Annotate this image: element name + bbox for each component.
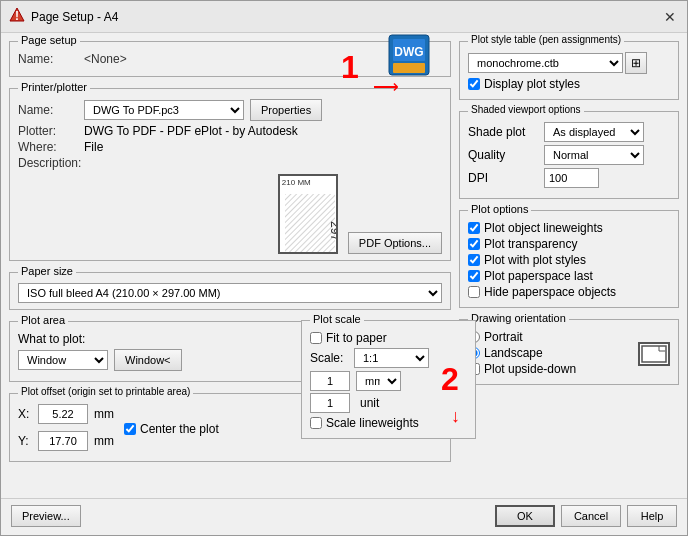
svg-text:DWG: DWG	[394, 45, 423, 59]
plot-option-1-checkbox[interactable]	[468, 238, 480, 250]
landscape-icon	[638, 342, 670, 366]
plot-option-0-checkbox[interactable]	[468, 222, 480, 234]
plot-style-select[interactable]: monochrome.ctb	[468, 53, 623, 73]
page-setup-dialog: ! Page Setup - A4 ✕ DWG 1 ⟶ 2 ↓ Page set…	[0, 0, 688, 536]
window-button[interactable]: Window<	[114, 349, 182, 371]
page-setup-label: Page setup	[18, 34, 80, 46]
scale-select[interactable]: 1:1	[354, 348, 429, 368]
x-unit: mm	[94, 407, 114, 421]
printer-name-label: Name:	[18, 103, 78, 117]
plot-scale-container: Plot scale Fit to paper Scale: 1:1 mm un…	[301, 320, 476, 445]
svg-text:297: 297	[328, 221, 338, 241]
plot-option-1: Plot transparency	[468, 237, 670, 251]
plot-option-4: Hide paperspace objects	[468, 285, 670, 299]
preview-button[interactable]: Preview...	[11, 505, 81, 527]
center-plot-label: Center the plot	[140, 422, 219, 436]
display-plot-styles-checkbox[interactable]	[468, 78, 480, 90]
y-input[interactable]	[38, 431, 88, 451]
plot-area-label: Plot area	[18, 314, 68, 326]
page-setup-section: Page setup Name: <None>	[9, 41, 451, 77]
shade-plot-select[interactable]: As displayed	[544, 122, 644, 142]
bottom-buttons: Preview... OK Cancel Help	[1, 498, 687, 535]
scale-lineweights-label: Scale lineweights	[326, 416, 419, 430]
drawing-orientation-label: Drawing orientation	[468, 312, 569, 324]
center-plot-checkbox[interactable]	[124, 423, 136, 435]
plot-scale-section: Plot scale Fit to paper Scale: 1:1 mm un…	[301, 320, 476, 439]
name-label: Name:	[18, 52, 78, 66]
plot-option-0-label: Plot object lineweights	[484, 221, 603, 235]
plot-style-table-section: Plot style table (pen assignments) monoc…	[459, 41, 679, 100]
plot-option-2-checkbox[interactable]	[468, 254, 480, 266]
svg-rect-7	[285, 194, 335, 252]
scale-unit1-select[interactable]: mm	[356, 371, 401, 391]
dpi-input[interactable]	[544, 168, 599, 188]
plot-option-3-checkbox[interactable]	[468, 270, 480, 282]
printer-name-select[interactable]: DWG To PDF.pc3	[84, 100, 244, 120]
quality-select[interactable]: Normal	[544, 145, 644, 165]
properties-button[interactable]: Properties	[250, 99, 322, 121]
dwg-icon: DWG	[387, 33, 431, 77]
edit-icon: ⊞	[631, 56, 641, 70]
plot-option-4-checkbox[interactable]	[468, 286, 480, 298]
y-label: Y:	[18, 434, 32, 448]
scale-value2-input[interactable]	[310, 393, 350, 413]
ok-button[interactable]: OK	[495, 505, 555, 527]
plot-option-0: Plot object lineweights	[468, 221, 670, 235]
printer-plotter-label: Printer/plotter	[18, 81, 90, 93]
plot-style-edit-button[interactable]: ⊞	[625, 52, 647, 74]
paper-size-label: Paper size	[18, 265, 76, 277]
scale-label: Scale:	[310, 351, 348, 365]
quality-label: Quality	[468, 148, 538, 162]
where-value: File	[84, 140, 103, 154]
svg-rect-5	[393, 63, 425, 73]
close-button[interactable]: ✕	[661, 8, 679, 26]
scale-lineweights-checkbox[interactable]	[310, 417, 322, 429]
plot-option-3: Plot paperspace last	[468, 269, 670, 283]
scale-value1-input[interactable]	[310, 371, 350, 391]
help-button[interactable]: Help	[627, 505, 677, 527]
what-to-plot-select[interactable]: Window	[18, 350, 108, 370]
scale-unit2-label: unit	[360, 396, 379, 410]
description-label: Description:	[18, 156, 81, 170]
plot-option-2: Plot with plot styles	[468, 253, 670, 267]
shaded-viewport-section: Shaded viewport options Shade plot As di…	[459, 111, 679, 199]
plot-options-label: Plot options	[468, 203, 531, 215]
landscape-page-icon	[641, 345, 667, 363]
drawing-orientation-section: Drawing orientation Portrait Landscape	[459, 319, 679, 385]
y-unit: mm	[94, 434, 114, 448]
paper-hatch: 297	[280, 176, 338, 254]
dialog-title: Page Setup - A4	[31, 10, 118, 24]
dpi-label: DPI	[468, 171, 538, 185]
paper-size-section: Paper size ISO full bleed A4 (210.00 × 2…	[9, 272, 451, 310]
paper-preview: 210 MM 297	[278, 174, 338, 254]
fit-to-paper-checkbox[interactable]	[310, 332, 322, 344]
plot-options-section: Plot options Plot object lineweights Plo…	[459, 210, 679, 308]
plot-option-4-label: Hide paperspace objects	[484, 285, 616, 299]
plot-option-2-label: Plot with plot styles	[484, 253, 586, 267]
fit-to-paper-label: Fit to paper	[326, 331, 387, 345]
plotter-value: DWG To PDF - PDF ePlot - by Autodesk	[84, 124, 298, 138]
x-label: X:	[18, 407, 32, 421]
upside-down-label: Plot upside-down	[484, 362, 576, 376]
plot-option-1-label: Plot transparency	[484, 237, 577, 251]
printer-plotter-section: Printer/plotter Name: DWG To PDF.pc3 Pro…	[9, 88, 451, 261]
plot-option-3-label: Plot paperspace last	[484, 269, 593, 283]
app-icon: !	[9, 7, 25, 26]
what-to-plot-label: What to plot:	[18, 332, 85, 346]
shaded-viewport-label: Shaded viewport options	[468, 104, 584, 115]
x-input[interactable]	[38, 404, 88, 424]
portrait-label: Portrait	[484, 330, 523, 344]
paper-size-select[interactable]: ISO full bleed A4 (210.00 × 297.00 MM)	[18, 283, 442, 303]
plot-style-table-label: Plot style table (pen assignments)	[468, 34, 624, 45]
cancel-button[interactable]: Cancel	[561, 505, 621, 527]
landscape-label: Landscape	[484, 346, 543, 360]
pdf-options-button[interactable]: PDF Options...	[348, 232, 442, 254]
svg-rect-9	[642, 346, 666, 362]
page-setup-name-value: <None>	[84, 52, 127, 66]
plot-scale-label: Plot scale	[310, 313, 364, 325]
display-plot-styles-label: Display plot styles	[484, 77, 580, 91]
where-label: Where:	[18, 140, 78, 154]
shade-plot-label: Shade plot	[468, 125, 538, 139]
plot-offset-label: Plot offset (origin set to printable are…	[18, 386, 193, 397]
plotter-label: Plotter:	[18, 124, 78, 138]
